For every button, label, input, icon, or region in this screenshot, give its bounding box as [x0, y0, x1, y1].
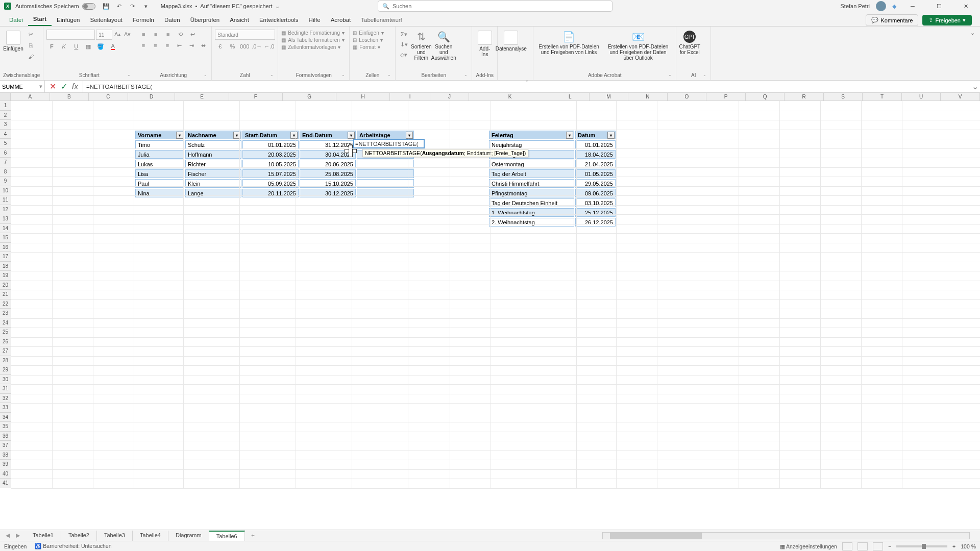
- tab-developer[interactable]: Entwicklertools: [254, 14, 304, 26]
- table-cell[interactable]: 20.11.2025: [242, 189, 299, 197]
- currency-icon[interactable]: €: [215, 42, 225, 51]
- increase-decimal-icon[interactable]: .0→: [252, 42, 262, 51]
- column-header-H[interactable]: H: [336, 93, 390, 101]
- decrease-font-icon[interactable]: A▾: [123, 30, 132, 39]
- column-header-S[interactable]: S: [824, 93, 863, 101]
- filter-dropdown-icon[interactable]: ▾: [406, 132, 413, 139]
- tab-acrobat[interactable]: Acrobat: [326, 14, 356, 26]
- select-all-corner[interactable]: [0, 93, 11, 101]
- font-color-icon[interactable]: A: [108, 42, 118, 51]
- row-header-23[interactable]: 23: [0, 309, 11, 318]
- row-header-18[interactable]: 18: [0, 262, 11, 271]
- row-header-16[interactable]: 16: [0, 243, 11, 253]
- row-header-13[interactable]: 13: [0, 214, 11, 224]
- column-header-R[interactable]: R: [785, 93, 824, 101]
- filter-dropdown-icon[interactable]: ▾: [566, 132, 573, 139]
- row-header-3[interactable]: 3: [0, 120, 11, 130]
- column-header-T[interactable]: T: [863, 93, 902, 101]
- row-header-21[interactable]: 21: [0, 290, 11, 299]
- formula-input[interactable]: =NETTOARBEITSTAGE(: [83, 84, 970, 90]
- table-cell[interactable]: 01.01.2025: [575, 140, 616, 149]
- column-header-M[interactable]: M: [590, 93, 629, 101]
- row-header-8[interactable]: 8: [0, 167, 11, 177]
- zoom-in-icon[interactable]: +: [952, 543, 955, 549]
- zoom-out-icon[interactable]: −: [888, 543, 891, 549]
- row-header-2[interactable]: 2: [0, 111, 11, 120]
- row-header-32[interactable]: 32: [0, 394, 11, 404]
- table-cell[interactable]: [357, 189, 414, 197]
- table1-header[interactable]: Start-Datum▾: [242, 131, 299, 139]
- page-layout-view-icon[interactable]: [857, 542, 868, 550]
- row-header-41[interactable]: 41: [0, 479, 11, 488]
- search-box[interactable]: 🔍 Suchen: [378, 1, 612, 12]
- table-cell[interactable]: 1. Weihnachtstag: [489, 208, 574, 217]
- bold-icon[interactable]: F: [46, 42, 57, 51]
- table-cell[interactable]: 2. Weihnachtstag: [489, 218, 574, 227]
- filter-dropdown-icon[interactable]: ▾: [607, 132, 615, 139]
- row-header-36[interactable]: 36: [0, 432, 11, 441]
- conditional-formatting[interactable]: ▦ Bedingte Formatierung ▾: [281, 30, 346, 36]
- column-header-U[interactable]: U: [902, 93, 941, 101]
- add-sheet-button[interactable]: ＋: [245, 530, 261, 541]
- horizontal-scrollbar[interactable]: [602, 532, 970, 539]
- save-icon[interactable]: 💾: [102, 2, 111, 11]
- increase-font-icon[interactable]: A▴: [113, 30, 122, 39]
- row-header-14[interactable]: 14: [0, 224, 11, 234]
- table1-header[interactable]: Nachname▾: [185, 131, 241, 139]
- expand-formula-bar-icon[interactable]: ⌄: [970, 82, 980, 91]
- filename-dropdown-icon[interactable]: ⌄: [275, 3, 280, 10]
- table-cell[interactable]: 09.06.2025: [575, 189, 616, 197]
- table-cell[interactable]: Lange: [185, 189, 241, 197]
- font-name-dropdown[interactable]: [46, 30, 95, 40]
- page-break-view-icon[interactable]: [873, 542, 883, 550]
- sheet-tab-diagramm[interactable]: Diagramm: [168, 531, 209, 541]
- row-header-27[interactable]: 27: [0, 346, 11, 356]
- column-header-I[interactable]: I: [390, 93, 430, 101]
- table2-header[interactable]: Feiertag▾: [489, 131, 574, 139]
- row-header-5[interactable]: 5: [0, 139, 11, 148]
- border-icon[interactable]: ▦: [83, 42, 93, 51]
- table-cell[interactable]: Schulz: [185, 140, 241, 149]
- orientation-icon[interactable]: ⟲: [175, 30, 185, 39]
- column-header-Q[interactable]: Q: [746, 93, 785, 101]
- comments-button[interactable]: 💬 Kommentare: [866, 14, 918, 26]
- acrobat-create-outlook[interactable]: 📧 Erstellen von PDF-Dateien und Freigebe…: [603, 30, 673, 62]
- table1-header[interactable]: Arbeitstage▾: [357, 131, 414, 139]
- clear-icon[interactable]: ◇▾: [399, 50, 409, 59]
- row-header-6[interactable]: 6: [0, 148, 11, 158]
- normal-view-icon[interactable]: [842, 542, 852, 550]
- row-header-38[interactable]: 38: [0, 450, 11, 460]
- tab-data[interactable]: Daten: [159, 14, 185, 26]
- row-header-29[interactable]: 29: [0, 365, 11, 375]
- underline-icon[interactable]: U: [71, 42, 81, 51]
- active-cell-formula[interactable]: =NETTOARBEITSTAGE(: [353, 139, 425, 148]
- number-format-dropdown[interactable]: Standard: [215, 30, 275, 40]
- zoom-level[interactable]: 100 %: [961, 543, 976, 549]
- minimize-button[interactable]: ─: [902, 0, 923, 12]
- column-header-K[interactable]: K: [469, 93, 551, 101]
- tab-tabledesign[interactable]: Tabellenentwurf: [356, 14, 407, 26]
- align-right-icon[interactable]: ≡: [162, 41, 173, 50]
- fill-color-icon[interactable]: 🪣: [95, 42, 106, 51]
- collapse-ribbon-icon[interactable]: ⌄: [965, 27, 980, 39]
- row-header-4[interactable]: 4: [0, 130, 11, 139]
- copy-icon[interactable]: ⎘: [26, 41, 36, 50]
- table-cell[interactable]: 30.12.2025: [300, 189, 356, 197]
- find-select-button[interactable]: 🔍 Suchen und Auswählen: [433, 30, 454, 62]
- row-header-19[interactable]: 19: [0, 271, 11, 281]
- name-box-input[interactable]: [2, 84, 35, 90]
- row-header-10[interactable]: 10: [0, 186, 11, 196]
- name-box[interactable]: ▾: [0, 81, 45, 92]
- close-button[interactable]: ✕: [955, 0, 976, 12]
- row-header-34[interactable]: 34: [0, 413, 11, 422]
- column-header-O[interactable]: O: [668, 93, 707, 101]
- insert-cells[interactable]: ⊞ Einfügen ▾: [353, 30, 392, 36]
- row-header-31[interactable]: 31: [0, 384, 11, 394]
- sheet-tab-tabelle2[interactable]: Tabelle2: [61, 531, 97, 541]
- fx-icon[interactable]: fx: [70, 82, 80, 91]
- sort-filter-button[interactable]: ⇅ Sortieren und Filtern: [411, 30, 431, 62]
- name-box-dropdown-icon[interactable]: ▾: [39, 83, 42, 90]
- align-top-icon[interactable]: ≡: [138, 30, 149, 39]
- column-header-G[interactable]: G: [283, 93, 336, 101]
- table-cell[interactable]: Nina: [135, 189, 184, 197]
